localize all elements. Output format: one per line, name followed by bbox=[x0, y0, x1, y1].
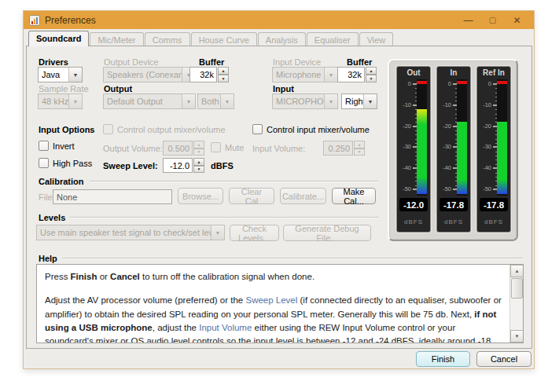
title-bar: Preferences — ▢ ✕ bbox=[24, 11, 534, 29]
chevron-down-icon: ▼ bbox=[68, 94, 82, 108]
soundcard-panel: Drivers Java▼ Output Device Speakers (Co… bbox=[26, 46, 532, 349]
make-cal--button[interactable]: Make Cal... bbox=[332, 188, 376, 204]
clip-indicator bbox=[457, 81, 467, 84]
help-textarea[interactable]: Press Finish or Cancel to turn off the c… bbox=[36, 264, 524, 343]
meter-unit-label: dBFS bbox=[397, 218, 430, 225]
spinner-down-icon: ▼ bbox=[193, 148, 204, 156]
spinner-down-icon[interactable]: ▼ bbox=[218, 75, 229, 82]
high-pass-checkbox[interactable]: High Pass bbox=[39, 158, 92, 168]
output-combo: Default Output▼ bbox=[103, 93, 196, 109]
spinner-up-icon: ▲ bbox=[354, 141, 365, 148]
invert-checkbox[interactable]: Invert bbox=[39, 141, 75, 151]
meter-scale: 0-10-20-30-40-50 bbox=[439, 79, 458, 196]
tab-mic-meter: Mic/Meter bbox=[90, 32, 143, 46]
sweep-unit-label: dBFS bbox=[211, 161, 234, 170]
drivers-label: Drivers bbox=[39, 57, 68, 67]
mute-checkbox: Mute bbox=[211, 142, 244, 152]
meter-ref-in: Ref In0-10-20-30-40-50-17.8dBFS bbox=[476, 66, 511, 233]
close-icon[interactable]: ✕ bbox=[505, 11, 529, 29]
chevron-down-icon: ▼ bbox=[220, 94, 234, 108]
output-device-combo: Speakers (Conexant Sm...▼ bbox=[103, 67, 196, 82]
chevron-down-icon: ▼ bbox=[182, 94, 195, 108]
cal-file-field: None bbox=[53, 189, 172, 204]
meter-bar bbox=[417, 109, 427, 194]
input-combo: MICROPHONE (Master V...▼ bbox=[272, 93, 338, 109]
meter-unit-label: dBFS bbox=[477, 218, 510, 225]
output-label: Output bbox=[104, 84, 132, 93]
scroll-thumb[interactable] bbox=[511, 278, 523, 299]
scroll-down-icon[interactable]: ▼ bbox=[510, 330, 524, 343]
output-device-label: Output Device bbox=[104, 57, 159, 67]
spinner-down-icon: ▼ bbox=[354, 148, 365, 156]
sweep-level-spinner[interactable]: -12.0 ▲▼ bbox=[163, 158, 204, 173]
preferences-dialog: Preferences — ▢ ✕ SoundcardMic/MeterComm… bbox=[23, 10, 535, 369]
input-channel-combo[interactable]: Right▼ bbox=[341, 93, 377, 109]
meter-bar-channel bbox=[457, 79, 467, 196]
spinner-up-icon[interactable]: ▲ bbox=[366, 67, 377, 75]
tab-bar: SoundcardMic/MeterCommsHouse CurveAnalys… bbox=[26, 31, 531, 46]
meter-bar-channel bbox=[417, 79, 427, 196]
check-levels--button: Check Levels... bbox=[230, 225, 279, 241]
clip-indicator bbox=[417, 81, 427, 84]
sample-rate-combo: 48 kHz▼ bbox=[38, 93, 83, 109]
meter-scale: 0-10-20-30-40-50 bbox=[479, 79, 498, 196]
cancel-button[interactable]: Cancel bbox=[476, 351, 531, 367]
levels-combo: Use main speaker test signal to check/se… bbox=[36, 225, 225, 240]
spinner-up-icon: ▲ bbox=[193, 141, 204, 148]
input-options-label: Input Options bbox=[39, 125, 94, 134]
drivers-combo[interactable]: Java▼ bbox=[38, 67, 83, 82]
control-input-mixer-checkbox[interactable]: Control input mixer/volume bbox=[252, 124, 370, 134]
meter-out: Out0-10-20-30-40-50-12.0dBFS bbox=[396, 66, 431, 233]
input-buffer-spinner[interactable]: 32k ▲▼ bbox=[337, 67, 377, 82]
spinner-up-icon[interactable]: ▲ bbox=[218, 67, 229, 75]
chevron-down-icon: ▼ bbox=[324, 68, 337, 82]
spinner-up-icon[interactable]: ▲ bbox=[193, 158, 204, 166]
meter-scale: 0-10-20-30-40-50 bbox=[399, 79, 417, 196]
tab-analysis: Analysis bbox=[258, 32, 306, 46]
meter-unit-label: dBFS bbox=[437, 218, 470, 225]
input-device-combo: Microphone (Conexant ...▼ bbox=[272, 67, 338, 82]
control-output-mixer-checkbox: Control output mixer/volume bbox=[103, 124, 226, 134]
help-scrollbar[interactable]: ▲ ▼ bbox=[509, 265, 523, 343]
app-icon bbox=[29, 15, 40, 26]
chevron-down-icon: ▼ bbox=[363, 94, 377, 108]
sweep-level-label: Sweep Level: bbox=[103, 161, 158, 170]
meter-name: Out bbox=[397, 68, 430, 77]
generate-debug-file--button: Generate Debug File... bbox=[283, 225, 371, 241]
maximize-icon[interactable]: ▢ bbox=[480, 11, 505, 29]
input-volume-label: Input Volume: bbox=[252, 144, 305, 153]
calibrate--button: Calibrate... bbox=[280, 188, 326, 204]
output-channel-combo: Both▼ bbox=[197, 93, 234, 109]
chevron-down-icon: ▼ bbox=[324, 94, 337, 108]
spinner-down-icon[interactable]: ▼ bbox=[366, 75, 377, 82]
input-device-label: Input Device bbox=[273, 57, 321, 67]
tab-soundcard[interactable]: Soundcard bbox=[28, 31, 89, 46]
meter-name: Ref In bbox=[477, 68, 510, 77]
tab-comms: Comms bbox=[145, 32, 190, 46]
spinner-down-icon[interactable]: ▼ bbox=[193, 166, 204, 174]
input-buffer-label: Buffer bbox=[347, 57, 372, 67]
meter-name: In bbox=[437, 68, 470, 77]
meter-in: In0-10-20-30-40-50-17.8dBFS bbox=[436, 66, 471, 233]
clear-cal-button: Clear Cal bbox=[229, 188, 274, 204]
meter-value: -17.8 bbox=[440, 198, 468, 211]
chevron-down-icon: ▼ bbox=[211, 225, 224, 240]
clip-indicator bbox=[497, 81, 507, 84]
minimize-icon[interactable]: — bbox=[456, 11, 480, 29]
chevron-down-icon: ▼ bbox=[68, 68, 82, 82]
tab-equaliser: Equaliser bbox=[307, 32, 359, 46]
meter-bar bbox=[497, 122, 507, 194]
finish-button[interactable]: Finish bbox=[416, 351, 470, 367]
tab-view: View bbox=[359, 32, 394, 46]
meter-value: -17.8 bbox=[480, 198, 508, 211]
sample-rate-label: Sample Rate bbox=[39, 84, 89, 93]
output-buffer-spinner[interactable]: 32k ▲▼ bbox=[189, 67, 229, 82]
meter-bar bbox=[457, 122, 467, 194]
output-volume-label: Output Volume: bbox=[103, 144, 163, 153]
browse--button: Browse... bbox=[178, 188, 223, 204]
input-label: Input bbox=[273, 84, 294, 93]
scroll-up-icon[interactable]: ▲ bbox=[510, 265, 524, 277]
calibration-title: Calibration bbox=[39, 177, 87, 186]
tab-house-curve: House Curve bbox=[191, 32, 257, 46]
meter-value: -12.0 bbox=[399, 198, 428, 211]
